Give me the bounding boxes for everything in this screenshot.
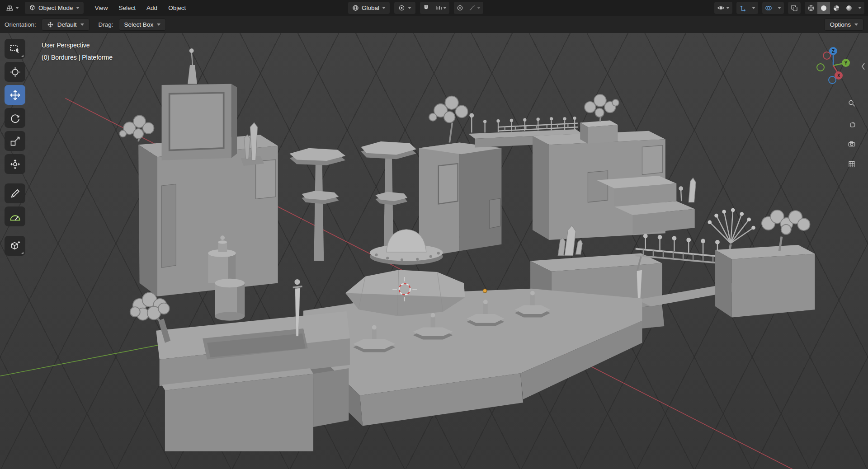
tool-rotate[interactable] (5, 108, 25, 128)
options-button[interactable]: Options (824, 19, 863, 31)
pivot-point-dropdown[interactable] (394, 2, 415, 14)
sidebar-collapse-arrow[interactable] (859, 61, 868, 73)
chevron-down-icon (443, 7, 447, 9)
shading-wireframe-button[interactable] (805, 2, 817, 14)
overlays-settings-dropdown[interactable] (775, 2, 784, 14)
orientation-select[interactable]: Default (42, 19, 90, 31)
transform-orientation-dropdown[interactable]: Global (348, 2, 390, 14)
gizmo-x-label: X (837, 73, 840, 78)
navigation-gizmo[interactable]: Z Y X (811, 44, 855, 87)
gizmo-z-label: Z (832, 49, 835, 54)
menu-select[interactable]: Select (114, 3, 141, 13)
view-controls (845, 96, 859, 171)
shading-solid-button[interactable] (817, 2, 830, 14)
shading-material-button[interactable] (830, 2, 843, 14)
viewport-display-controls (714, 2, 864, 14)
proportional-edit-group (454, 2, 483, 14)
toggle-orthographic-button[interactable] (845, 157, 859, 171)
view-perspective-label: User Perspective (42, 39, 113, 52)
drag-label: Drag: (99, 21, 113, 28)
shading-settings-dropdown[interactable] (855, 2, 864, 14)
snap-settings-dropdown[interactable] (432, 2, 449, 14)
pan-button[interactable] (845, 117, 859, 130)
proportional-editing-toggle[interactable] (454, 2, 466, 14)
viewport-3d[interactable]: User Perspective (0) Bordures | Platefor… (0, 33, 868, 469)
tool-add-cube[interactable] (5, 236, 25, 256)
object-visibility-dropdown[interactable] (714, 2, 732, 14)
magnifier-icon (848, 98, 856, 108)
gizmo-settings-dropdown[interactable] (749, 2, 758, 14)
rotate-icon (9, 112, 21, 124)
snap-increment-icon (435, 5, 442, 11)
tool-transform[interactable] (5, 154, 25, 174)
zoom-button[interactable] (845, 96, 859, 110)
globe-icon (352, 5, 359, 11)
solid-sphere-icon (820, 5, 827, 12)
show-gizmo-toggle[interactable] (736, 2, 749, 14)
active-collection-label: (0) Bordures | Plateforme (42, 52, 113, 64)
transform-icon (9, 158, 21, 170)
tool-cursor[interactable] (5, 62, 25, 82)
snapping-controls: Global (348, 2, 483, 14)
mode-dropdown[interactable]: Object Mode (25, 2, 84, 14)
chevron-left-icon (860, 62, 867, 71)
menu-object[interactable]: Object (163, 3, 191, 13)
tool-select-box[interactable] (5, 39, 25, 59)
grid-icon (848, 159, 856, 169)
material-sphere-icon (833, 5, 840, 12)
chevron-down-icon (15, 7, 19, 9)
gizmo-axis-y-negative[interactable] (817, 64, 824, 71)
chevron-down-icon (76, 7, 80, 9)
menu-view[interactable]: View (90, 3, 113, 13)
viewport-header-text: User Perspective (0) Bordures | Platefor… (42, 39, 113, 64)
gizmo-axis-x-negative[interactable] (823, 52, 830, 59)
scene-tree-left (119, 115, 154, 141)
scene-ground (303, 289, 642, 426)
xray-toggle[interactable] (788, 2, 801, 14)
gizmo-icon (739, 5, 746, 12)
select-box-icon (9, 43, 21, 55)
tool-settings-bar: Orientation: Default Drag: Select Box Op… (0, 16, 868, 33)
shading-rendered-button[interactable] (843, 2, 855, 14)
chevron-down-icon (157, 23, 160, 26)
axis-cursor-icon (47, 21, 54, 28)
chevron-down-icon (854, 23, 858, 26)
orientation-label: Orientation: (5, 21, 36, 28)
show-overlays-toggle[interactable] (762, 2, 775, 14)
chevron-down-icon (778, 7, 781, 9)
menu-add[interactable]: Add (142, 3, 162, 13)
gizmo-axis-z-negative[interactable] (829, 76, 836, 84)
mode-label: Object Mode (38, 5, 73, 11)
add-cube-icon (9, 240, 21, 252)
pivot-icon (398, 5, 405, 11)
topbar: Object Mode View Select Add Object Globa… (0, 0, 868, 16)
gizmo-y-label: Y (844, 61, 848, 66)
proportional-falloff-dropdown[interactable] (466, 2, 483, 14)
viewport-editor-icon (6, 4, 14, 12)
toolbar (5, 39, 25, 256)
transform-orientation-label: Global (362, 5, 379, 11)
tool-annotate[interactable] (5, 183, 25, 203)
chevron-down-icon (382, 7, 386, 9)
tool-move[interactable] (5, 85, 25, 105)
subtool-indicator (21, 252, 24, 254)
snap-toggle-button[interactable] (420, 2, 432, 14)
cube-icon (29, 5, 36, 11)
drag-select[interactable]: Select Box (119, 19, 166, 31)
scene-front-platforms (156, 311, 350, 451)
menu-bar: View Select Add Object (90, 3, 191, 13)
measure-protractor-icon (9, 211, 21, 223)
rendered-sphere-icon (845, 5, 853, 12)
annotate-pencil-icon (9, 188, 21, 200)
editor-type-button[interactable] (4, 3, 21, 13)
overlays-icon (765, 5, 772, 12)
falloff-curve-icon (469, 5, 476, 11)
chevron-down-icon (408, 7, 411, 9)
snap-group (420, 2, 449, 14)
camera-view-button[interactable] (845, 137, 859, 150)
scene-front-tree (130, 292, 170, 342)
tool-measure[interactable] (5, 206, 25, 226)
options-label: Options (830, 21, 851, 28)
shading-mode-group (805, 2, 864, 14)
tool-scale[interactable] (5, 131, 25, 151)
